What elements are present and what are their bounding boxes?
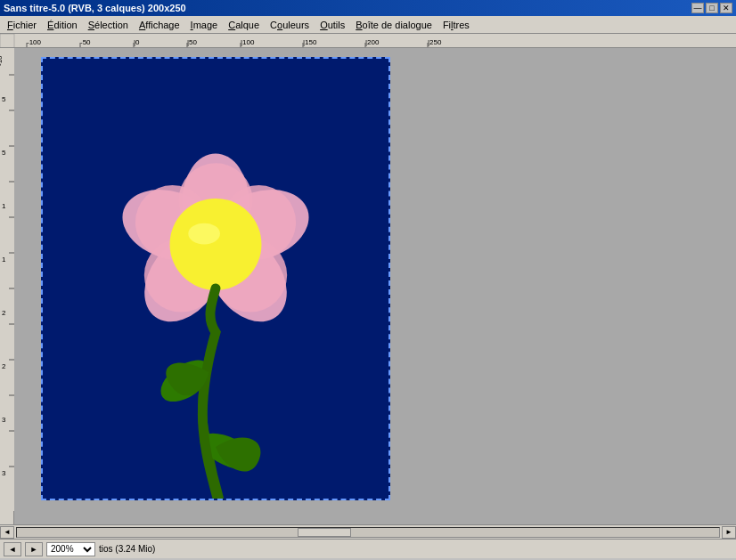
nav-prev-button[interactable]: ◄ — [4, 542, 21, 556]
scroll-left-button[interactable]: ◄ — [0, 526, 14, 539]
title-text: Sans titre-5.0 (RVB, 3 calques) 200x250 — [4, 3, 186, 13]
menu-edition[interactable]: Édition — [42, 19, 83, 31]
maximize-button[interactable]: □ — [706, 3, 718, 13]
svg-rect-1 — [0, 34, 14, 48]
svg-text:-10: -10 — [0, 55, 4, 66]
svg-text:|100: |100 — [241, 38, 255, 46]
title-buttons: — □ ✕ — [691, 3, 732, 13]
svg-text:|50: |50 — [187, 38, 198, 46]
zoom-select[interactable]: 12.5% 25% 50% 100% 200% 400% 800% — [46, 542, 95, 556]
menu-image[interactable]: Image — [185, 19, 224, 31]
svg-text:3: 3 — [2, 416, 6, 424]
svg-text:1: 1 — [2, 202, 6, 210]
svg-text:2: 2 — [2, 309, 6, 317]
svg-text:|150: |150 — [303, 38, 317, 46]
menu-affichage[interactable]: Affichage — [134, 19, 185, 31]
svg-text:-50: -50 — [80, 38, 91, 46]
scrollbar-track[interactable] — [16, 527, 720, 538]
svg-rect-18 — [0, 48, 14, 511]
svg-point-54 — [188, 223, 220, 245]
svg-text:|200: |200 — [365, 38, 380, 46]
menu-couleurs[interactable]: Couleurs — [265, 19, 315, 31]
menu-bar: Fichier Édition Sélection Affichage Imag… — [0, 16, 736, 34]
svg-text:5: 5 — [2, 149, 6, 157]
scrollbar-thumb[interactable] — [298, 528, 351, 537]
canvas-image[interactable] — [41, 57, 390, 500]
svg-text:-100: -100 — [27, 38, 42, 46]
close-button[interactable]: ✕ — [720, 3, 732, 13]
menu-selection[interactable]: Sélection — [83, 19, 134, 31]
svg-text:5: 5 — [2, 95, 6, 103]
ruler-left: -10 5 5 1 1 2 2 3 3 — [0, 48, 14, 524]
menu-calque[interactable]: Calque — [223, 19, 265, 31]
main-area: -10 5 5 1 1 2 2 3 3 — [0, 48, 736, 524]
ruler-left-svg: -10 5 5 1 1 2 2 3 3 — [0, 48, 14, 511]
svg-text:|250: |250 — [428, 38, 442, 46]
scroll-right-button[interactable]: ► — [722, 526, 736, 539]
svg-text:2: 2 — [2, 362, 6, 370]
status-info: tios (3.24 Mio) — [99, 544, 155, 554]
menu-filtres[interactable]: Filtres — [438, 19, 475, 31]
svg-text:|0: |0 — [134, 38, 140, 46]
menu-boite-dialogue[interactable]: Boîte de dialogue — [350, 19, 438, 31]
flower-artwork — [43, 59, 388, 499]
svg-text:1: 1 — [2, 256, 6, 264]
menu-outils[interactable]: Outils — [315, 19, 350, 31]
svg-text:3: 3 — [2, 469, 6, 477]
scrollbar-bottom: ◄ ► — [0, 524, 736, 539]
ruler-top: -100 -50 |0 |50 |100 |150 |200 |250 — [0, 34, 736, 48]
ruler-top-svg: -100 -50 |0 |50 |100 |150 |200 |250 — [0, 34, 736, 48]
nav-next-button[interactable]: ► — [25, 542, 43, 556]
minimize-button[interactable]: — — [691, 3, 704, 13]
status-bar: ◄ ► 12.5% 25% 50% 100% 200% 400% 800% ti… — [0, 539, 736, 558]
menu-fichier[interactable]: Fichier — [2, 19, 42, 31]
canvas-container — [14, 48, 736, 524]
svg-point-53 — [170, 199, 262, 290]
title-bar: Sans titre-5.0 (RVB, 3 calques) 200x250 … — [0, 0, 736, 16]
